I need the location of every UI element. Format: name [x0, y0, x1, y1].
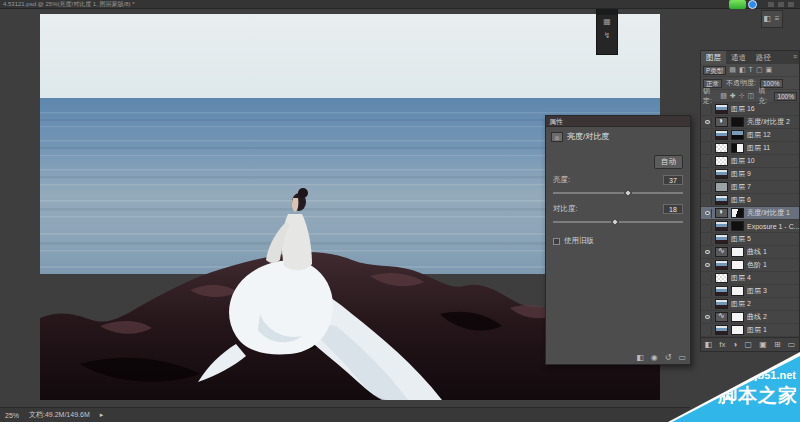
layer-thumbnail[interactable] [715, 325, 728, 335]
new-group-icon[interactable]: ▣ [759, 339, 767, 351]
visibility-toggle[interactable] [703, 183, 712, 192]
layer-thumbnail[interactable] [715, 169, 728, 179]
visibility-toggle[interactable] [703, 222, 712, 231]
auto-button[interactable]: 自动 [654, 155, 683, 169]
layer-thumbnail[interactable] [715, 273, 728, 283]
filter-icon-3[interactable]: ▢ [756, 66, 763, 74]
layer-row[interactable]: 图层 16 [701, 103, 799, 116]
layer-row[interactable]: 亮度/对比度 2 [701, 116, 799, 129]
filter-icon-4[interactable]: ▣ [766, 66, 773, 74]
layer-row[interactable]: Exposure 1 - C... [701, 220, 799, 233]
layer-name[interactable]: 图层 6 [731, 195, 751, 205]
layer-name[interactable]: 图层 11 [747, 143, 770, 153]
filter-icon-2[interactable]: T [749, 66, 753, 74]
layer-name[interactable]: 曲线 1 [747, 247, 767, 257]
layer-thumbnail[interactable] [715, 208, 728, 218]
layer-thumbnail[interactable] [715, 234, 728, 244]
layer-row[interactable]: 图层 5 [701, 233, 799, 246]
layer-style-icon[interactable]: fx [719, 339, 725, 351]
mini-tool-icon-1[interactable]: ▦ [597, 15, 617, 29]
layer-thumbnail[interactable] [715, 182, 728, 192]
zoom-level-field[interactable]: 25% [5, 412, 19, 419]
layer-mask-thumbnail[interactable] [731, 286, 744, 296]
layer-mask-thumbnail[interactable] [731, 130, 744, 140]
visibility-toggle[interactable] [703, 326, 712, 335]
layer-thumbnail[interactable] [715, 247, 728, 257]
new-layer-icon[interactable]: ⊞ [774, 339, 781, 351]
properties-footer-icon-0[interactable]: ◧ [636, 353, 644, 362]
brightness-value-field[interactable]: 37 [663, 175, 683, 185]
layer-mask-thumbnail[interactable] [731, 260, 744, 270]
minimize-button[interactable] [768, 2, 774, 7]
visibility-toggle[interactable] [703, 300, 712, 309]
layer-thumbnail[interactable] [715, 130, 728, 140]
visibility-toggle[interactable] [703, 170, 712, 179]
layer-name[interactable]: 图层 4 [731, 273, 751, 283]
fill-value[interactable]: 100% [774, 92, 797, 101]
lock-icon-3[interactable]: ◫ [748, 92, 755, 100]
mini-tool-icon-2[interactable]: ↯ [597, 29, 617, 43]
layer-mask-thumbnail[interactable] [731, 247, 744, 257]
layer-thumbnail[interactable] [715, 195, 728, 205]
layer-thumbnail[interactable] [715, 312, 728, 322]
layer-name[interactable]: Exposure 1 - C... [747, 223, 799, 230]
layer-row[interactable]: 图层 6 [701, 194, 799, 207]
lock-icon-1[interactable]: ✚ [730, 92, 736, 100]
close-button[interactable] [788, 2, 794, 7]
layer-thumbnail[interactable] [715, 299, 728, 309]
layer-name[interactable]: 图层 3 [747, 286, 767, 296]
layer-mask-thumbnail[interactable] [731, 143, 744, 153]
layer-name[interactable]: 图层 12 [747, 130, 771, 140]
layer-row[interactable]: 图层 12 [701, 129, 799, 142]
collapsed-panel-icon-1[interactable]: ◧ [762, 11, 772, 27]
layer-row[interactable]: 亮度/对比度 1 [701, 207, 799, 220]
layer-row[interactable]: 图层 4 [701, 272, 799, 285]
layer-filter-select[interactable]: P类型 [703, 66, 726, 75]
layer-thumbnail[interactable] [715, 156, 728, 166]
layer-row[interactable]: 色阶 1 [701, 259, 799, 272]
link-layers-icon[interactable]: ◧ [705, 339, 713, 351]
visibility-toggle[interactable] [703, 144, 712, 153]
filter-icon-1[interactable]: ◧ [739, 66, 746, 74]
layer-row[interactable]: 曲线 2 [701, 311, 799, 324]
visibility-toggle[interactable] [703, 248, 712, 257]
panel-menu-icon[interactable]: ≡ [793, 51, 799, 64]
layer-name[interactable]: 图层 1 [747, 325, 767, 335]
visibility-toggle[interactable] [703, 157, 712, 166]
visibility-toggle[interactable] [703, 209, 712, 218]
lock-icon-0[interactable]: ▨ [720, 92, 727, 100]
notification-overlay-icon[interactable] [748, 0, 757, 9]
contrast-slider-thumb[interactable] [611, 218, 619, 226]
visibility-toggle[interactable] [703, 261, 712, 270]
maximize-button[interactable] [778, 2, 784, 7]
layer-name[interactable]: 图层 7 [731, 182, 751, 192]
messenger-overlay-icon[interactable] [729, 0, 746, 9]
layer-name[interactable]: 图层 10 [731, 156, 755, 166]
contrast-slider[interactable] [553, 217, 683, 227]
layer-name[interactable]: 色阶 1 [747, 260, 767, 270]
layer-thumbnail[interactable] [715, 286, 728, 296]
tab-通道[interactable]: 通道 [726, 51, 751, 64]
properties-footer-icon-2[interactable]: ↺ [665, 353, 672, 362]
layer-row[interactable]: 图层 11 [701, 142, 799, 155]
layer-mask-thumbnail[interactable] [731, 312, 744, 322]
visibility-toggle[interactable] [703, 313, 712, 322]
layer-name[interactable]: 亮度/对比度 2 [747, 117, 790, 127]
filter-icon-0[interactable]: ▤ [729, 66, 736, 74]
visibility-toggle[interactable] [703, 118, 712, 127]
properties-footer-icon-1[interactable]: ◉ [651, 353, 658, 362]
properties-footer-icon-3[interactable]: ▭ [678, 353, 686, 362]
layer-mask-thumbnail[interactable] [731, 221, 744, 231]
use-legacy-checkbox[interactable] [553, 238, 560, 245]
visibility-toggle[interactable] [703, 274, 712, 283]
layer-mask-thumbnail[interactable] [731, 117, 744, 127]
layer-thumbnail[interactable] [715, 260, 728, 270]
status-expander-icon[interactable]: ▸ [100, 411, 104, 419]
visibility-toggle[interactable] [703, 235, 712, 244]
visibility-toggle[interactable] [703, 287, 712, 296]
new-adjustment-icon[interactable]: ▢ [745, 339, 753, 351]
brightness-slider-thumb[interactable] [624, 189, 632, 197]
add-mask-icon[interactable]: ◑ [733, 339, 738, 351]
tab-图层[interactable]: 图层 [701, 51, 726, 64]
delete-layer-icon[interactable]: ▭ [788, 339, 796, 351]
